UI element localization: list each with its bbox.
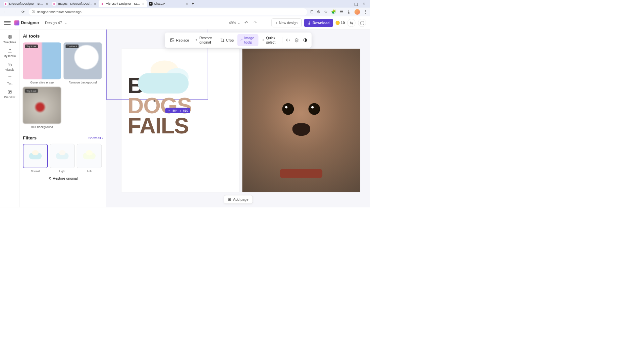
app-bar: Designer Design 47 ⌄ 49% ⌄ ↶ ↷ + New des…: [0, 16, 370, 29]
install-app-icon[interactable]: ⊡: [310, 9, 314, 14]
close-icon[interactable]: ×: [186, 2, 188, 6]
address-bar[interactable]: ⓘ: [29, 8, 307, 15]
tool-remove-background[interactable]: Try it out Remove background: [64, 43, 102, 84]
close-icon[interactable]: ×: [94, 2, 96, 6]
reload-button[interactable]: ⟳: [20, 8, 26, 15]
menu-button[interactable]: [4, 19, 11, 26]
try-badge: Try it out: [25, 89, 38, 93]
upload-icon: [7, 48, 12, 53]
address-row: ← → ⟳ ⓘ ⊡ ⊕ ☆ 🧩 ☰ ⭳ ⋮: [0, 8, 370, 16]
close-window-icon[interactable]: ×: [363, 1, 365, 6]
filter-light[interactable]: Light: [50, 144, 75, 173]
height-icon: ↕: [179, 109, 181, 112]
dog-image[interactable]: [242, 49, 360, 192]
cloud-image[interactable]: [138, 60, 189, 94]
url-input[interactable]: [37, 10, 304, 14]
maximize-icon[interactable]: ▢: [354, 1, 358, 6]
crop-button[interactable]: Crop: [217, 36, 236, 45]
image-tools-button[interactable]: Image tools: [237, 34, 259, 46]
tool-generative-erase[interactable]: Try it out Generative erase: [23, 43, 61, 84]
text-line-3[interactable]: FAILS: [128, 116, 192, 136]
redo-button[interactable]: ↷: [253, 19, 258, 26]
svg-point-9: [9, 93, 10, 93]
canvas-area[interactable]: Replace Restore original Crop Image tool…: [106, 29, 370, 207]
back-button[interactable]: ←: [3, 9, 8, 15]
profile-avatar[interactable]: [355, 9, 360, 15]
selection-width: 864: [172, 109, 177, 112]
app-logo[interactable]: Designer: [14, 20, 39, 25]
quick-select-button[interactable]: Quick select: [260, 34, 280, 46]
browser-tab[interactable]: ◆ Images - Microsoft Designer ×: [50, 0, 99, 7]
rail-visuals[interactable]: Visuals: [2, 60, 17, 73]
rail-label: Brand kit: [4, 96, 15, 99]
filter-normal[interactable]: Normal: [23, 144, 48, 173]
restore-original-button[interactable]: ⟲ Restore original: [23, 176, 103, 180]
close-icon[interactable]: ×: [46, 2, 48, 6]
tool-blur-background[interactable]: Try it out Blur background: [23, 87, 61, 129]
canvas-page-1[interactable]: BEST DOGS FAILS ⇕ ↔ 864 ↕ 610: [121, 49, 239, 192]
tool-label: Generative erase: [30, 81, 54, 84]
chevron-down-icon: ⌄: [64, 20, 67, 25]
rail-templates[interactable]: Templates: [2, 33, 17, 46]
app-root: Designer Design 47 ⌄ 49% ⌄ ↶ ↷ + New des…: [0, 16, 370, 207]
filters-heading: Filters: [23, 135, 37, 141]
tab-strip: ◆ Microsoft Designer - Stunning × ◆ Imag…: [0, 0, 370, 8]
account-button[interactable]: ◯: [358, 19, 366, 27]
browser-chrome: ◆ Microsoft Designer - Stunning × ◆ Imag…: [0, 0, 370, 16]
rail-brand-kit[interactable]: Brand kit: [2, 87, 17, 101]
zoom-value: 49%: [229, 21, 236, 25]
download-icon: ⭳: [308, 21, 311, 25]
restore-original-button[interactable]: Restore original: [193, 34, 216, 46]
site-info-icon[interactable]: ⓘ: [32, 10, 35, 14]
chrome-menu-icon[interactable]: ⋮: [364, 9, 368, 14]
design-name-label: Design 47: [45, 20, 62, 25]
toolbar-label: Quick select: [266, 36, 277, 44]
browser-tab[interactable]: ◆ Microsoft Designer - Stunning ×: [2, 0, 50, 7]
bookmark-icon[interactable]: ☆: [324, 9, 328, 14]
canvas-page-2[interactable]: [242, 49, 360, 192]
credits-counter[interactable]: 10: [336, 21, 345, 25]
download-button[interactable]: ⭳ Download: [304, 19, 333, 27]
add-page-label: Add page: [233, 197, 248, 201]
share-button[interactable]: ⇆: [347, 19, 355, 27]
plus-square-icon: ⊞: [228, 197, 231, 201]
browser-tab-active[interactable]: ◆ Microsoft Designer - Stunning ×: [99, 0, 147, 7]
new-tab-button[interactable]: +: [190, 1, 196, 7]
layer-button[interactable]: [293, 36, 301, 45]
restore-icon: ⟲: [48, 176, 51, 180]
zoom-icon[interactable]: ⊕: [317, 9, 320, 14]
extensions-icon[interactable]: 🧩: [331, 9, 336, 14]
resize-handle-bottom[interactable]: ⇕: [153, 99, 157, 103]
add-page-button[interactable]: ⊞ Add page: [224, 195, 253, 204]
show-all-filters[interactable]: Show all ›: [88, 136, 103, 140]
opacity-button[interactable]: [302, 36, 309, 45]
undo-button[interactable]: ↶: [244, 19, 249, 26]
rail-text[interactable]: Text: [2, 74, 17, 87]
show-all-label: Show all: [88, 136, 101, 140]
logo-icon: [14, 20, 19, 25]
forward-button[interactable]: →: [11, 9, 17, 15]
downloads-icon[interactable]: ⭳: [347, 9, 351, 14]
filter-lofi[interactable]: Lofi: [77, 144, 102, 173]
rail-my-media[interactable]: My media: [2, 46, 17, 59]
svg-point-8: [10, 91, 11, 92]
replace-button[interactable]: Replace: [167, 36, 192, 45]
browser-tab[interactable]: ✦ ChatGPT ×: [147, 0, 190, 7]
chevron-right-icon: ›: [102, 136, 103, 140]
design-name-dropdown[interactable]: Design 47 ⌄: [45, 20, 67, 25]
restore-label: Restore original: [53, 176, 77, 180]
filter-label: Normal: [31, 170, 40, 173]
reading-list-icon[interactable]: ☰: [340, 9, 343, 14]
minimize-icon[interactable]: —: [346, 1, 350, 6]
new-design-button[interactable]: + New design: [272, 18, 302, 27]
text-icon: [7, 76, 12, 81]
flip-button[interactable]: [284, 36, 292, 45]
close-icon[interactable]: ×: [143, 2, 145, 6]
zoom-menu[interactable]: 49% ⌄: [229, 21, 240, 25]
half-circle-icon: [303, 38, 308, 43]
toolbar-label: Crop: [226, 38, 234, 42]
crop-icon: [220, 38, 225, 43]
filter-label: Lofi: [87, 170, 91, 173]
magic-wand-icon: [240, 38, 243, 43]
plus-icon: +: [275, 21, 277, 25]
